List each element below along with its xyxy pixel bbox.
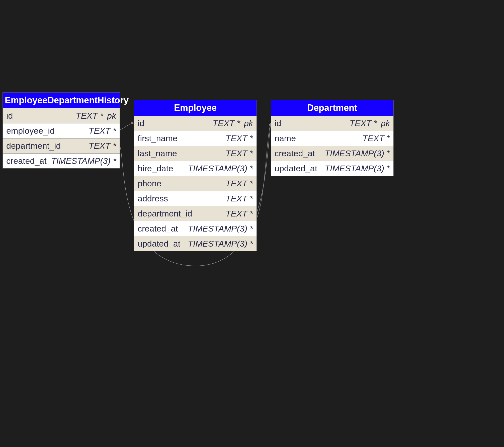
erd-canvas: EmployeeDepartmentHistory id TEXT * pk e…	[0, 0, 504, 447]
column-type: TIMESTAMP(3) *	[188, 224, 253, 234]
column-type: TEXT *	[225, 148, 253, 158]
column-id[interactable]: id TEXT * pk	[134, 116, 257, 131]
connector-edh-employee	[120, 123, 134, 130]
column-type: TEXT *	[225, 133, 253, 143]
column-type: TIMESTAMP(3) *	[188, 164, 253, 173]
column-type: TIMESTAMP(3) *	[188, 239, 253, 249]
column-type: TEXT * pk	[350, 118, 390, 128]
column-first-name[interactable]: first_name TEXT *	[134, 131, 257, 146]
column-created-at[interactable]: created_at TIMESTAMP(3) *	[271, 146, 393, 161]
column-name: department_id	[138, 209, 192, 218]
column-name: phone	[138, 179, 161, 188]
entity-header: EmployeeDepartmentHistory	[3, 93, 120, 108]
column-address[interactable]: address TEXT *	[134, 191, 257, 206]
column-type: TEXT *	[89, 126, 116, 136]
column-name: created_at	[6, 156, 47, 166]
column-name: updated_at	[275, 164, 317, 173]
column-employee-id[interactable]: employee_id TEXT *	[3, 123, 120, 138]
column-type: TEXT *	[89, 141, 116, 151]
column-type: TIMESTAMP(3) *	[51, 156, 116, 166]
column-created-at[interactable]: created_at TIMESTAMP(3) *	[134, 221, 257, 236]
entity-department[interactable]: Department id TEXT * pk name TEXT * crea…	[271, 100, 394, 176]
column-id[interactable]: id TEXT * pk	[3, 108, 120, 123]
entity-header: Employee	[134, 100, 257, 116]
column-name: last_name	[138, 148, 177, 158]
column-type: TEXT *	[362, 133, 390, 143]
column-type: TEXT *	[225, 179, 253, 188]
column-type: TEXT * pk	[213, 118, 253, 128]
column-name: id	[6, 111, 13, 121]
column-last-name[interactable]: last_name TEXT *	[134, 146, 257, 161]
entity-employee[interactable]: Employee id TEXT * pk first_name TEXT * …	[134, 100, 257, 251]
column-name: employee_id	[6, 126, 55, 136]
column-id[interactable]: id TEXT * pk	[271, 116, 393, 131]
column-name: name	[275, 133, 296, 143]
column-department-id[interactable]: department_id TEXT *	[134, 206, 257, 221]
connector-employee-department	[257, 123, 271, 218]
column-name: id	[275, 118, 281, 128]
column-type: TIMESTAMP(3) *	[325, 148, 390, 158]
column-name: hire_date	[138, 164, 173, 173]
column-name: created_at	[138, 224, 178, 234]
column-type: TEXT *	[225, 209, 253, 218]
column-name: id	[138, 118, 144, 128]
column-name: created_at	[275, 148, 315, 158]
column-created-at[interactable]: created_at TIMESTAMP(3) *	[3, 154, 120, 168]
column-type: TIMESTAMP(3) *	[325, 164, 390, 173]
column-type: TEXT * pk	[76, 111, 116, 121]
column-name: department_id	[6, 141, 61, 151]
column-department-id[interactable]: department_id TEXT *	[3, 138, 120, 154]
column-updated-at[interactable]: updated_at TIMESTAMP(3) *	[134, 236, 257, 251]
column-updated-at[interactable]: updated_at TIMESTAMP(3) *	[271, 161, 393, 176]
column-name: address	[138, 194, 168, 203]
column-phone[interactable]: phone TEXT *	[134, 176, 257, 191]
column-name-col[interactable]: name TEXT *	[271, 131, 393, 146]
entity-header: Department	[271, 100, 393, 116]
entity-employee-department-history[interactable]: EmployeeDepartmentHistory id TEXT * pk e…	[3, 92, 120, 169]
column-name: first_name	[138, 133, 178, 143]
column-name: updated_at	[138, 239, 180, 249]
column-type: TEXT *	[225, 194, 253, 203]
column-hire-date[interactable]: hire_date TIMESTAMP(3) *	[134, 161, 257, 176]
